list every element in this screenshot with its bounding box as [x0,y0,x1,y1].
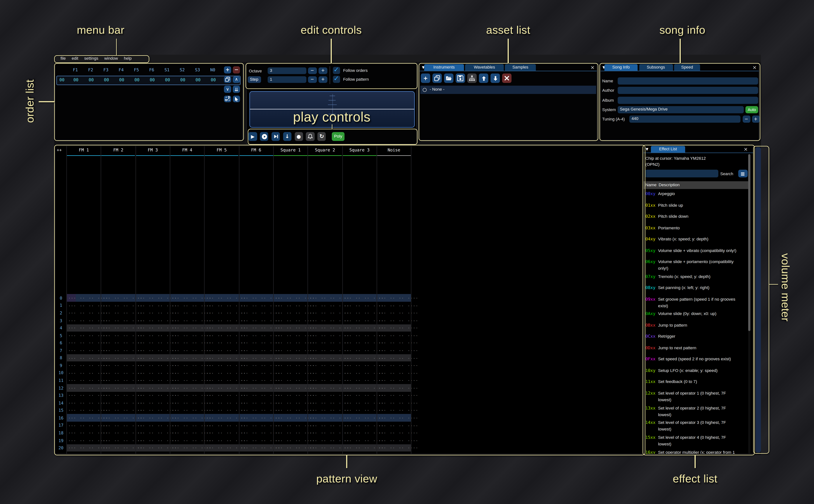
pattern-cell[interactable]: ··· ·· ·· ···· [240,311,280,316]
pattern-cell[interactable]: ··· ·· ·· ···· [309,453,349,454]
pattern-cell[interactable]: ··· ·· ·· ···· [378,296,418,301]
menu-item-settings[interactable]: settings [81,55,101,62]
menu-item-help[interactable]: help [121,55,135,62]
pattern-cell[interactable]: ··· ·· ·· ···· [344,378,384,383]
follow-pattern-checkbox[interactable]: ✓ [333,76,340,83]
step-one-row-button[interactable]: ↓ [283,132,291,141]
play-from-cursor-button[interactable] [271,132,280,141]
pattern-cell[interactable]: ··· ·· ·· ···· [344,401,384,406]
channel-header[interactable]: FM 2 [101,147,135,152]
step-input[interactable]: 1 [268,76,306,83]
pattern-cell[interactable]: ··· ·· ·· ···· [103,318,143,323]
pattern-cell[interactable]: ··· ·· ·· ···· [103,453,143,454]
effect-row[interactable]: 03xxPortamento [645,225,750,235]
pattern-cell[interactable]: ··· ·· ·· ···· [344,416,384,421]
pattern-cell[interactable]: ··· ·· ·· ···· [309,341,349,346]
album-input[interactable] [618,97,758,104]
pattern-cell[interactable]: ··· ·· ·· ···· [172,333,212,338]
pattern-cell[interactable]: ··· ·· ·· ···· [240,303,280,308]
pattern-cell[interactable]: ··· ·· ·· ···· [206,303,246,308]
pattern-cell[interactable]: ··· ·· ·· ···· [103,416,143,421]
pattern-cell[interactable]: ··· ·· ·· ···· [309,431,349,436]
pattern-cell[interactable]: ··· ·· ·· ···· [240,408,280,413]
pattern-row[interactable]: 13··· ·· ·· ······· ·· ·· ······· ·· ·· … [55,392,644,399]
pattern-cell[interactable]: ··· ·· ·· ···· [103,363,143,368]
order-cell[interactable]: 00 [160,77,175,82]
pattern-cell[interactable]: ··· ·· ·· ···· [103,446,143,451]
pattern-cell[interactable]: ··· ·· ·· ···· [309,371,349,376]
pattern-cell[interactable]: ··· ·· ·· ···· [309,311,349,316]
pattern-cell[interactable]: ··· ·· ·· ···· [344,348,384,353]
author-input[interactable] [618,87,758,94]
pattern-cell[interactable]: ··· ·· ·· ···· [172,303,212,308]
pattern-row[interactable]: 4··· ·· ·· ······· ·· ·· ······· ·· ·· ·… [55,324,644,332]
effect-row[interactable]: 01xxPitch slide up [645,202,750,212]
order-edit-mode-button[interactable] [233,95,240,102]
pattern-cell[interactable]: ··· ·· ·· ···· [378,326,418,331]
pattern-cell[interactable]: ··· ·· ·· ···· [172,348,212,353]
pattern-cell[interactable]: ··· ·· ·· ···· [275,438,315,443]
order-add-button[interactable]: + [224,66,231,73]
pattern-cell[interactable]: ··· ·· ·· ···· [240,446,280,451]
pattern-cell[interactable]: ··· ·· ·· ···· [137,378,177,383]
close-icon[interactable]: × [590,64,596,71]
pattern-cell[interactable]: ··· ·· ·· ···· [275,453,315,454]
pattern-cell[interactable]: ··· ·· ·· ···· [275,318,315,323]
effect-row[interactable]: 07xyTremolo (x: speed; y: depth) [645,273,750,283]
pattern-cell[interactable]: ··· ·· ·· ···· [378,393,418,398]
pattern-row[interactable]: 20··· ·· ·· ······· ·· ·· ······· ·· ·· … [55,444,644,452]
pattern-cell[interactable]: ··· ·· ·· ···· [344,371,384,376]
pattern-cell[interactable]: ··· ·· ·· ···· [206,371,246,376]
pattern-cell[interactable]: ··· ·· ·· ···· [344,318,384,323]
pattern-cell[interactable]: ··· ·· ·· ···· [68,333,108,338]
pattern-cell[interactable]: ··· ·· ·· ···· [206,446,246,451]
pattern-cell[interactable]: ··· ·· ·· ···· [240,371,280,376]
pattern-cell[interactable]: ··· ·· ·· ···· [68,363,108,368]
name-input[interactable] [618,77,758,85]
channel-header[interactable]: Square 2 [308,147,342,152]
pattern-cell[interactable]: ··· ·· ·· ···· [309,318,349,323]
pattern-cell[interactable]: ··· ·· ·· ···· [172,356,212,361]
pattern-cell[interactable]: ··· ·· ·· ···· [378,431,418,436]
pattern-row[interactable]: 0··· ·· ·· ······· ·· ·· ······· ·· ·· ·… [55,294,644,302]
pattern-cell[interactable]: ··· ·· ·· ···· [378,416,418,421]
pattern-cell[interactable]: ··· ·· ·· ···· [378,311,418,316]
pattern-cell[interactable]: ··· ·· ·· ···· [68,423,108,428]
pattern-cell[interactable]: ··· ·· ·· ···· [172,341,212,346]
pattern-cell[interactable]: ··· ·· ·· ···· [68,311,108,316]
pattern-cell[interactable]: ··· ·· ·· ···· [309,446,349,451]
effect-row[interactable]: 16xySet operator multiplier (x: operator… [645,449,750,454]
pattern-cell[interactable]: ··· ·· ·· ···· [378,378,418,383]
pattern-cell[interactable]: ··· ·· ·· ···· [309,326,349,331]
pattern-cell[interactable]: ··· ·· ·· ···· [240,378,280,383]
metronome-button[interactable] [306,132,314,141]
poly-mono-toggle[interactable]: Poly [332,132,344,141]
pattern-cell[interactable]: ··· ·· ·· ···· [68,393,108,398]
pattern-cell[interactable]: ··· ·· ·· ···· [378,341,418,346]
pattern-cell[interactable]: ··· ·· ·· ···· [309,438,349,443]
order-cell[interactable]: 00 [175,77,190,82]
pattern-cell[interactable]: ··· ·· ·· ···· [240,393,280,398]
pattern-cell[interactable]: ··· ·· ·· ···· [378,303,418,308]
effect-row[interactable]: 12xxSet level of operator 1 (0 highest, … [645,390,750,404]
effect-row[interactable]: 13xxSet level of operator 2 (0 highest, … [645,405,750,418]
instrument-sort-button[interactable] [467,74,477,83]
pattern-cell[interactable]: ··· ·· ·· ···· [137,371,177,376]
pattern-cell[interactable]: ··· ·· ·· ···· [103,386,143,391]
instrument-open-button[interactable] [444,74,454,83]
pattern-cell[interactable]: ··· ·· ·· ···· [137,393,177,398]
system-input[interactable]: Sega Genesis/Mega Drive [618,106,744,113]
effect-row[interactable]: 05xyVolume slide + vibrato (compatibilit… [645,247,750,257]
pattern-cell[interactable]: ··· ·· ·· ···· [275,356,315,361]
pattern-cell[interactable]: ··· ·· ·· ···· [206,333,246,338]
pattern-cell[interactable]: ··· ·· ·· ···· [206,356,246,361]
instrument-save-button[interactable] [456,74,465,83]
pattern-cell[interactable]: ··· ·· ·· ···· [378,333,418,338]
octave-decrease-button[interactable]: − [308,67,317,74]
pattern-cell[interactable]: ··· ·· ·· ···· [309,303,349,308]
pattern-cell[interactable]: ··· ·· ·· ···· [137,438,177,443]
pattern-cell[interactable]: ··· ·· ·· ···· [68,356,108,361]
pattern-cell[interactable]: ··· ·· ·· ···· [68,408,108,413]
pattern-cell[interactable]: ··· ·· ·· ···· [275,333,315,338]
pattern-cell[interactable]: ··· ·· ·· ···· [275,423,315,428]
